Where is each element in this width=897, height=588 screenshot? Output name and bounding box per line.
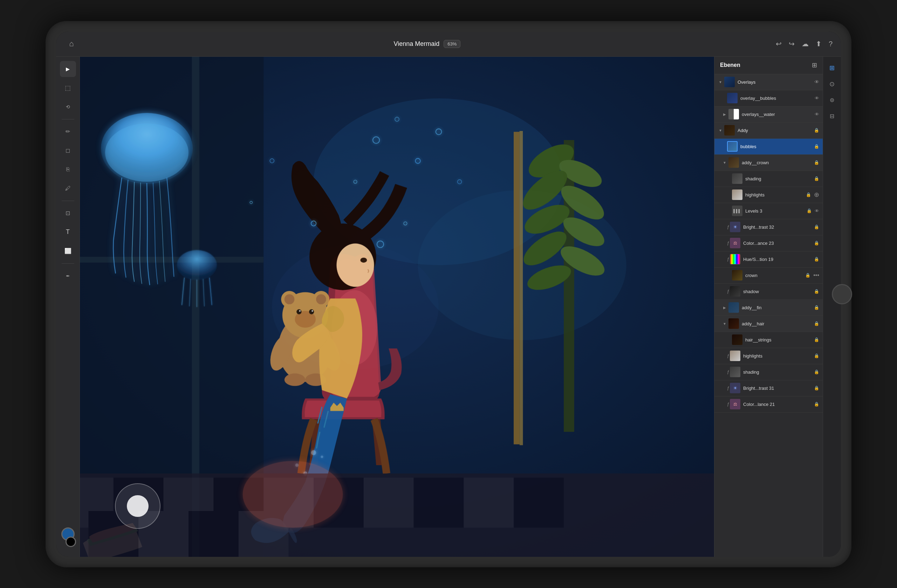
clone-tool[interactable]: ⎘ [60,162,76,177]
home-button[interactable] [832,284,852,304]
adjustments-panel-icon[interactable]: ⊜ [825,93,839,107]
layer-item[interactable]: ƒ ☀ Bright...trast 31 🔒 [715,380,823,396]
help-button[interactable]: ? [829,40,833,48]
layer-lock-icon[interactable]: 🔒 [814,160,819,165]
layer-name: Levels 3 [745,208,807,214]
layer-item[interactable]: ƒ highlights 🔒 [715,348,823,364]
undo-button[interactable]: ↩ [776,40,782,48]
collapse-arrow[interactable]: ▼ [718,128,723,133]
layer-visibility-icon[interactable]: 👁 [815,96,819,101]
layer-add-icon[interactable]: ⊕ [814,191,819,199]
layer-name: Addy [738,128,814,133]
layer-thumbnail [724,125,735,136]
lasso-tool[interactable]: ⟲ [60,99,76,115]
cloud-save-button[interactable]: ☁ [802,40,809,48]
layer-item[interactable]: overlay__bubbles 👁 [715,90,823,107]
layer-list[interactable]: ▼ Overlays 👁 overl [715,74,823,557]
layer-lock-icon[interactable]: 🔒 [814,176,819,181]
layer-lock-icon[interactable]: 🔒 [814,225,819,229]
background-color[interactable] [66,536,76,547]
layer-lock-icon[interactable]: 🔒 [807,208,812,213]
layer-visibility-icon[interactable]: 👁 [814,79,819,85]
layer-icons: 🔒 [814,144,819,149]
layer-item[interactable]: ▼ Addy 🔒 [715,122,823,139]
redo-button[interactable]: ↪ [789,40,795,48]
layer-visibility-icon[interactable]: 👁 [815,112,819,117]
layer-item[interactable]: crown 🔒 ••• [715,267,823,284]
tool-separator-3 [62,263,74,264]
layer-thumbnail [729,157,739,168]
svg-rect-4 [80,257,263,263]
layer-item[interactable]: ▼ Overlays 👁 [715,74,823,90]
layer-item[interactable]: ▶ addy__fin 🔒 [715,300,823,316]
layer-thumbnail: ☀ [730,383,740,393]
layer-item[interactable]: ▼ addy__crown 🔒 [715,155,823,171]
joystick-control[interactable] [115,483,161,529]
collapse-arrow[interactable]: ▼ [722,321,727,326]
layer-thumbnail [730,254,740,264]
layer-item[interactable]: ƒ ⚖ Color...ance 23 🔒 [715,235,823,252]
layer-lock-icon[interactable]: 🔒 [814,386,819,391]
share-button[interactable]: ⬆ [816,40,822,48]
layer-lock-icon[interactable]: 🔒 [814,241,819,246]
text-tool[interactable]: T [60,224,76,240]
layer-item[interactable]: shading 🔒 [715,171,823,187]
brush-tool[interactable]: ✏ [60,124,76,140]
layer-item[interactable]: highlights 🔒 ⊕ [715,187,823,203]
collapse-arrow[interactable]: ▼ [722,160,727,165]
eraser-tool[interactable]: ◻ [60,142,76,159]
layer-lock-icon[interactable]: 🔒 [814,305,819,310]
layer-item[interactable]: hair__strings 🔒 [715,332,823,348]
layer-name: Bright...trast 31 [743,386,814,391]
layer-lock-icon[interactable]: 🔒 [806,192,811,197]
layers-stack-icon[interactable]: ⊞ [812,61,817,69]
layer-name: highlights [745,192,806,197]
crop-tool[interactable]: ⊡ [60,205,76,221]
canvas-area[interactable] [80,57,714,557]
layer-lock-icon[interactable]: 🔒 [814,321,819,326]
layer-lock-icon[interactable]: 🔒 [814,257,819,262]
layer-lock-icon[interactable]: 🔒 [814,402,819,406]
properties-panel-icon[interactable]: ⊙ [825,77,839,91]
layer-thumbnail [727,93,738,103]
pen-tool[interactable]: ✒ [60,268,76,284]
layer-lock-icon[interactable]: 🔒 [814,353,819,358]
dropper-tool[interactable]: 🖊 [60,180,76,197]
layer-item[interactable]: ▌▌▌ Levels 3 🔒 👁 [715,203,823,219]
image-tool[interactable]: ⬜ [60,243,76,259]
layer-item[interactable]: ƒ shadow 🔒 [715,284,823,300]
svg-rect-22 [514,132,520,444]
layers-panel: Ebenen ⊞ ▼ Overlays [714,57,823,557]
layer-item[interactable]: ƒ Hue/S...tion 19 🔒 [715,252,823,267]
zoom-level[interactable]: 63% [444,40,461,48]
layer-visibility-icon[interactable]: 👁 [815,208,819,214]
layer-item[interactable]: ƒ shading 🔒 [715,364,823,380]
home-icon[interactable]: ⌂ [64,37,78,51]
select-tool[interactable]: ▸ [60,61,76,77]
layer-lock-icon[interactable]: 🔒 [814,144,819,149]
layer-lock-icon[interactable]: 🔒 [814,128,819,133]
layer-item[interactable]: ▼ addy__hair 🔒 [715,316,823,332]
layer-lock-icon[interactable]: 🔒 [814,337,819,342]
svg-point-57 [321,455,323,458]
layer-thumbnail: ▌▌▌ [732,206,742,216]
layer-lock-icon[interactable]: 🔒 [814,370,819,374]
marquee-tool[interactable]: ⬚ [60,80,76,96]
layer-more-icon[interactable]: ••• [813,272,819,278]
layer-name: Color...lance 21 [743,402,814,407]
layer-item[interactable]: bubbles 🔒 [715,139,823,155]
layers-panel-icon[interactable]: ⊞ [825,61,839,75]
collapse-arrow[interactable]: ▶ [722,112,727,117]
layer-lock-icon[interactable]: 🔒 [814,289,819,294]
svg-point-38 [285,373,306,386]
layer-name: shading [745,176,814,182]
filters-panel-icon[interactable]: ⊟ [825,109,839,123]
content-row: ▸ ⬚ ⟲ ✏ ◻ ⎘ 🖊 ⊡ T ⬜ ✒ [56,57,841,557]
layer-item[interactable]: ƒ ⚖ Color...lance 21 🔒 [715,396,823,412]
collapse-arrow[interactable]: ▶ [722,305,727,310]
layer-thumbnail [730,351,740,361]
layer-lock-icon[interactable]: 🔒 [805,273,810,278]
collapse-arrow[interactable]: ▼ [718,79,723,84]
layer-item[interactable]: ▶ overlays__water 👁 [715,107,823,122]
layer-item[interactable]: ƒ ☀ Bright...trast 32 🔒 [715,219,823,235]
